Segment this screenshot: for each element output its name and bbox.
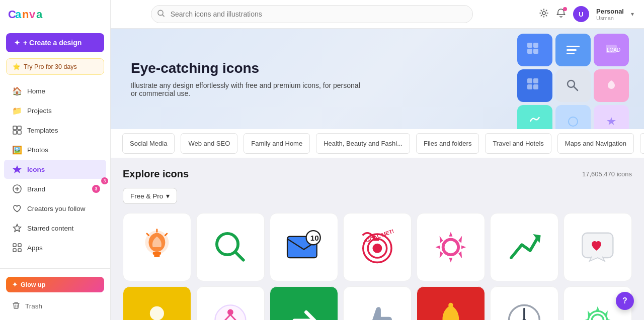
hero-icons-grid: LOADING: [517, 34, 629, 129]
svg-point-54: [227, 309, 233, 315]
glow-label: Glow up: [21, 281, 45, 288]
topbar: U Personal Usman ▾: [111, 0, 644, 29]
glow-up-button[interactable]: ✦ Glow up: [6, 277, 104, 292]
sidebar-item-photos[interactable]: 🖼️ Photos: [4, 140, 106, 159]
sidebar-item-apps[interactable]: Apps: [4, 238, 106, 257]
hero-icon-grid-cell: [594, 105, 629, 129]
hero-icon-grid-cell: [517, 69, 552, 102]
notification-badge: [563, 7, 567, 11]
svg-text:a: a: [36, 8, 43, 21]
svg-rect-5: [13, 126, 17, 130]
svg-rect-24: [567, 53, 575, 54]
icon-card-thumbsup[interactable]: [343, 286, 412, 320]
svg-line-39: [165, 234, 167, 236]
category-tab-health[interactable]: Health, Beauty and Fashi...: [316, 133, 410, 154]
icon-card-email[interactable]: 10: [270, 213, 338, 281]
category-tab-maps[interactable]: Maps and Navigation: [557, 133, 634, 154]
svg-text:10: 10: [310, 234, 319, 242]
icon-card-lightbulb[interactable]: [123, 213, 191, 281]
sidebar-item-label: Home: [27, 87, 45, 95]
category-tab-family-home[interactable]: Family and Home: [244, 133, 310, 154]
page-content: Eye-catching icons Illustrate any design…: [111, 29, 644, 320]
icon-card-gear-pink[interactable]: [417, 213, 485, 281]
category-tabs: Social Media Web and SEO Family and Home…: [111, 129, 644, 158]
brand-badge: 3: [92, 185, 100, 193]
create-button-label: + Create a design: [23, 39, 82, 47]
create-design-button[interactable]: ✦ + Create a design: [6, 33, 104, 52]
search-input[interactable]: [151, 5, 473, 23]
sidebar-item-label: Photos: [27, 146, 48, 154]
svg-point-62: [448, 303, 453, 307]
hero-subtitle: Illustrate any design effortlessly with …: [131, 81, 362, 97]
svg-rect-29: [527, 84, 532, 89]
settings-icon[interactable]: [539, 8, 549, 21]
svg-text:v: v: [29, 8, 36, 21]
pro-trial-banner[interactable]: ⭐ Try Pro for 30 days: [6, 58, 104, 75]
sidebar-item-icons[interactable]: Icons: [4, 160, 106, 179]
category-tab-travel[interactable]: Travel and Hotels: [485, 133, 551, 154]
filter-label: Free & Pro: [130, 192, 163, 200]
svg-line-41: [235, 252, 243, 260]
category-tab-web-seo[interactable]: Web and SEO: [181, 133, 237, 154]
sidebar-item-creators[interactable]: Creators you follow: [4, 199, 106, 218]
svg-rect-20: [527, 49, 532, 54]
category-tab-arrows[interactable]: Arrows: [640, 133, 644, 154]
icon-card-person[interactable]: [123, 286, 191, 320]
icon-card-share[interactable]: [196, 286, 265, 320]
svg-rect-30: [533, 84, 538, 89]
sidebar-item-label: Icons: [27, 166, 45, 173]
user-dropdown-icon[interactable]: ▾: [631, 11, 634, 18]
category-tab-social-media[interactable]: Social Media: [122, 133, 175, 154]
icon-card-heart-chat[interactable]: [564, 213, 632, 281]
svg-rect-36: [154, 255, 160, 257]
notifications-icon[interactable]: [556, 8, 566, 21]
svg-rect-21: [533, 49, 538, 54]
sidebar: C a n v a ✦ + Create a design ⭐ Try Pro …: [0, 0, 111, 320]
sidebar-item-starred[interactable]: Starred content: [4, 219, 106, 238]
category-tab-files[interactable]: Files and folders: [416, 133, 479, 154]
trash-icon: [12, 301, 20, 311]
filter-row: Free & Pro ▾: [123, 188, 632, 204]
icon-card-bell[interactable]: [417, 286, 485, 320]
sidebar-item-label: Creators you follow: [27, 205, 86, 212]
svg-point-50: [443, 239, 459, 256]
avatar[interactable]: U: [573, 6, 589, 22]
svg-text:a: a: [15, 8, 22, 21]
projects-icon: 📁: [12, 105, 22, 116]
pro-trial-label: Try Pro for 30 days: [24, 63, 77, 70]
sidebar-item-templates[interactable]: Templates: [4, 121, 106, 140]
icon-card-arrow-right[interactable]: [270, 286, 338, 320]
icon-card-goal[interactable]: GOAL MET!: [343, 213, 412, 281]
icon-card-arrow-up[interactable]: [490, 213, 558, 281]
trash-item[interactable]: Trash: [4, 297, 106, 315]
svg-text:LOADING: LOADING: [607, 47, 621, 53]
svg-line-38: [147, 234, 149, 236]
svg-rect-14: [13, 249, 16, 252]
svg-point-17: [542, 12, 545, 15]
svg-rect-28: [533, 78, 538, 83]
user-info[interactable]: Personal Usman: [596, 8, 624, 21]
svg-point-68: [588, 311, 607, 320]
svg-rect-18: [527, 43, 532, 48]
filter-dropdown[interactable]: Free & Pro ▾: [123, 188, 177, 204]
apps-icon: [12, 243, 22, 253]
sidebar-item-label: Templates: [27, 127, 58, 134]
templates-icon: [12, 125, 22, 135]
sidebar-item-home[interactable]: 🏠 Home: [4, 81, 106, 100]
icons-icon: [12, 164, 22, 174]
photos-icon: 🖼️: [12, 145, 22, 155]
hero-icon-grid-cell: [555, 34, 591, 66]
icon-card-magnifier[interactable]: [196, 213, 265, 281]
hero-banner: Eye-catching icons Illustrate any design…: [111, 29, 644, 129]
sidebar-item-label: Projects: [27, 107, 52, 115]
help-button[interactable]: ?: [616, 292, 634, 310]
icon-card-clock[interactable]: [490, 286, 558, 320]
glow-section: ✦ Glow up: [0, 273, 110, 296]
svg-rect-27: [527, 78, 532, 83]
svg-rect-22: [567, 46, 580, 47]
home-icon: 🏠: [12, 86, 22, 96]
explore-header: Explore icons 17,605,470 icons: [123, 168, 632, 180]
sidebar-item-projects[interactable]: 📁 Projects: [4, 101, 106, 120]
svg-text:n: n: [22, 8, 29, 21]
sidebar-item-brand[interactable]: Brand 3: [4, 179, 106, 198]
